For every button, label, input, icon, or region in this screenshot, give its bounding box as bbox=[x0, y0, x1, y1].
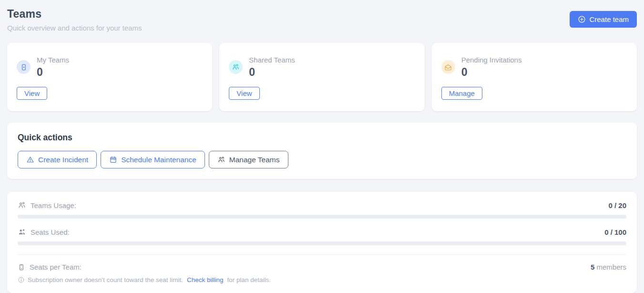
card-value: 0 bbox=[37, 66, 69, 79]
id-badge-icon bbox=[17, 60, 31, 74]
check-billing-link[interactable]: Check billing bbox=[187, 276, 224, 283]
people-filled-icon bbox=[18, 228, 26, 236]
teams-usage-value: 0 / 20 bbox=[608, 201, 626, 209]
pending-invitations-card: Pending Invitations 0 Manage bbox=[432, 43, 637, 111]
my-teams-view-button[interactable]: View bbox=[17, 87, 47, 100]
info-circle-icon bbox=[18, 276, 25, 283]
shared-teams-view-button[interactable]: View bbox=[229, 87, 259, 100]
teams-usage-progressbar bbox=[18, 215, 626, 219]
create-incident-button[interactable]: Create Incident bbox=[18, 151, 97, 168]
note-suffix: for plan details. bbox=[227, 276, 271, 283]
usage-divider bbox=[18, 254, 626, 255]
pending-invitations-manage-button[interactable]: Manage bbox=[441, 87, 482, 100]
page-title: Teams bbox=[7, 8, 142, 21]
card-label: Shared Teams bbox=[249, 56, 295, 64]
id-badge-icon bbox=[18, 263, 25, 271]
card-value: 0 bbox=[249, 66, 295, 79]
teams-usage-label: Teams Usage: bbox=[31, 201, 76, 209]
warning-triangle-icon bbox=[26, 156, 34, 164]
schedule-maintenance-button[interactable]: Schedule Maintenance bbox=[101, 151, 205, 168]
shared-teams-card: Shared Teams 0 View bbox=[219, 43, 424, 111]
plus-circle-icon bbox=[578, 15, 586, 23]
manage-teams-button[interactable]: Manage Teams bbox=[209, 151, 288, 168]
seats-per-team-value: 5 members bbox=[591, 263, 626, 271]
page-subtitle: Quick overview and actions for your team… bbox=[7, 24, 142, 32]
create-team-label: Create team bbox=[589, 15, 629, 23]
quick-actions-panel: Quick actions Create Incident bbox=[7, 123, 637, 179]
card-label: Pending Invitations bbox=[461, 56, 522, 64]
usage-panel: Teams Usage: 0 / 20 Seats Used: 0 / 100 bbox=[7, 192, 637, 293]
page-header: Teams Quick overview and actions for you… bbox=[7, 8, 637, 32]
card-value: 0 bbox=[461, 66, 522, 79]
card-label: My Teams bbox=[37, 56, 69, 64]
my-teams-card: My Teams 0 View bbox=[7, 43, 212, 111]
seats-used-value: 0 / 100 bbox=[604, 228, 626, 236]
seats-per-team-label: Seats per Team: bbox=[30, 263, 82, 271]
seats-used-label: Seats Used: bbox=[31, 228, 70, 236]
seat-limit-note: Subscription owner doesn't count toward … bbox=[18, 276, 626, 283]
header-titles: Teams Quick overview and actions for you… bbox=[7, 8, 142, 32]
note-text: Subscription owner doesn't count toward … bbox=[28, 276, 183, 283]
seats-per-team-row: Seats per Team: 5 members bbox=[18, 263, 626, 271]
people-icon bbox=[229, 60, 243, 74]
create-team-button[interactable]: Create team bbox=[570, 11, 637, 28]
teams-page: Teams Quick overview and actions for you… bbox=[0, 0, 644, 293]
teams-usage-row: Teams Usage: 0 / 20 bbox=[18, 201, 626, 209]
quick-actions-title: Quick actions bbox=[18, 133, 626, 143]
stat-cards-row: My Teams 0 View Shared Teams bbox=[7, 43, 637, 111]
calendar-icon bbox=[109, 156, 117, 164]
seats-used-row: Seats Used: 0 / 100 bbox=[18, 228, 626, 236]
envelope-open-icon bbox=[441, 60, 455, 74]
seats-used-progressbar bbox=[18, 241, 626, 245]
people-icon bbox=[217, 156, 225, 164]
people-outline-icon bbox=[18, 201, 26, 209]
